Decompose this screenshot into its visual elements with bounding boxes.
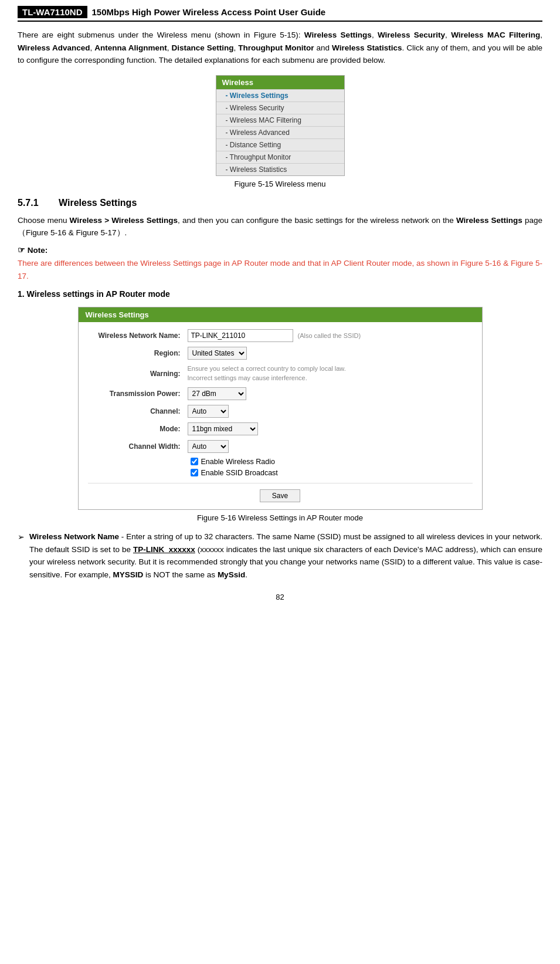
warning-text: Ensure you select a correct country to c… <box>188 364 346 383</box>
bullet-content-network-name: Wireless Network Name - Enter a string o… <box>29 530 542 581</box>
wireless-menu-item-advanced: - Wireless Advanced <box>216 126 344 138</box>
ws-value-warning: Ensure you select a correct country to c… <box>188 364 473 383</box>
page-header: TL-WA7110ND 150Mbps High Power Wireless … <box>18 6 542 22</box>
ws-value-channel: Auto <box>188 405 473 418</box>
ws-panel-body: Wireless Network Name: (Also called the … <box>79 322 482 509</box>
enable-ssid-broadcast-label: Enable SSID Broadcast <box>201 469 278 477</box>
region-select[interactable]: United States <box>188 347 247 360</box>
ws-row-tx-power: Transmission Power: 27 dBm <box>88 387 473 400</box>
mode-select[interactable]: 11bgn mixed <box>188 422 258 435</box>
tx-power-select[interactable]: 27 dBm <box>188 387 246 400</box>
figure-16-container: Wireless Settings Wireless Network Name:… <box>18 307 542 522</box>
wireless-menu-item-statistics: - Wireless Statistics <box>216 163 344 175</box>
enable-ssid-broadcast-checkbox[interactable] <box>191 469 198 476</box>
ws-value-region: United States <box>188 347 473 360</box>
ws-value-tx-power: 27 dBm <box>188 387 473 400</box>
section-number: 5.7.1 <box>18 198 39 208</box>
ws-label-channel: Channel: <box>88 407 188 415</box>
enable-wireless-radio-label: Enable Wireless Radio <box>201 458 275 466</box>
wireless-menu-item-throughput: - Throughput Monitor <box>216 151 344 163</box>
ws-value-channel-width: Auto <box>188 440 473 453</box>
bullet-section: ➢ Wireless Network Name - Enter a string… <box>18 530 542 581</box>
intro-paragraph: There are eight submenus under the Wirel… <box>18 29 542 67</box>
ws-row-network-name: Wireless Network Name: (Also called the … <box>88 329 473 342</box>
ws-row-channel-width: Channel Width: Auto <box>88 440 473 453</box>
section-571-heading: 5.7.1 Wireless Settings <box>18 198 542 208</box>
note-text: There are differences between the Wirele… <box>18 257 542 282</box>
section-title: Wireless Settings <box>59 198 137 208</box>
ws-value-network-name: (Also called the SSID) <box>188 329 473 342</box>
ws-panel-header: Wireless Settings <box>79 307 482 322</box>
page-number: 82 <box>18 593 542 601</box>
figure-16-caption: Figure 5-16 Wireless Settings in AP Rout… <box>197 513 363 522</box>
model-label: TL-WA7110ND <box>18 6 87 18</box>
ws-label-network-name: Wireless Network Name: <box>88 332 188 340</box>
channel-select[interactable]: Auto <box>188 405 229 418</box>
ws-save-row: Save <box>88 483 473 502</box>
ws-row-mode: Mode: 11bgn mixed <box>88 422 473 435</box>
ws-label-region: Region: <box>88 349 188 357</box>
save-button[interactable]: Save <box>260 489 300 502</box>
channel-width-select[interactable]: Auto <box>188 440 229 453</box>
ws-row-channel: Channel: Auto <box>88 405 473 418</box>
wireless-menu-item-security: - Wireless Security <box>216 102 344 114</box>
ws-label-tx-power: Transmission Power: <box>88 390 188 398</box>
guide-title: 150Mbps High Power Wireless Access Point… <box>92 7 326 17</box>
figure-15-caption: Figure 5-15 Wireless menu <box>234 180 325 188</box>
ws-checkbox-row-radio: Enable Wireless Radio <box>191 458 473 466</box>
ws-value-mode: 11bgn mixed <box>188 422 473 435</box>
wireless-menu-image: Wireless - Wireless Settings - Wireless … <box>216 75 345 176</box>
ws-label-channel-width: Channel Width: <box>88 442 188 451</box>
section-intro-text: Choose menu Wireless > Wireless Settings… <box>18 214 542 239</box>
subsection-1-heading: 1. Wireless settings in AP Router mode <box>18 289 542 299</box>
figure-15-container: Wireless - Wireless Settings - Wireless … <box>18 75 542 188</box>
wireless-menu-header: Wireless <box>216 76 344 89</box>
ws-row-region: Region: United States <box>88 347 473 360</box>
ws-label-mode: Mode: <box>88 425 188 433</box>
wireless-settings-panel: Wireless Settings Wireless Network Name:… <box>78 307 483 510</box>
note-label: Note: <box>18 245 542 255</box>
ws-row-warning: Warning: Ensure you select a correct cou… <box>88 364 473 383</box>
network-name-input[interactable] <box>188 329 293 342</box>
bullet-item-network-name: ➢ Wireless Network Name - Enter a string… <box>18 530 542 581</box>
ws-checkbox-row-ssid: Enable SSID Broadcast <box>191 469 473 477</box>
wireless-menu-item-settings: - Wireless Settings <box>216 89 344 102</box>
bullet-arrow-icon: ➢ <box>18 530 25 581</box>
ws-label-warning: Warning: <box>88 370 188 378</box>
network-name-hint: (Also called the SSID) <box>298 332 361 339</box>
enable-wireless-radio-checkbox[interactable] <box>191 458 198 465</box>
wireless-menu-item-mac: - Wireless MAC Filtering <box>216 114 344 126</box>
wireless-menu-item-distance: - Distance Setting <box>216 138 344 151</box>
